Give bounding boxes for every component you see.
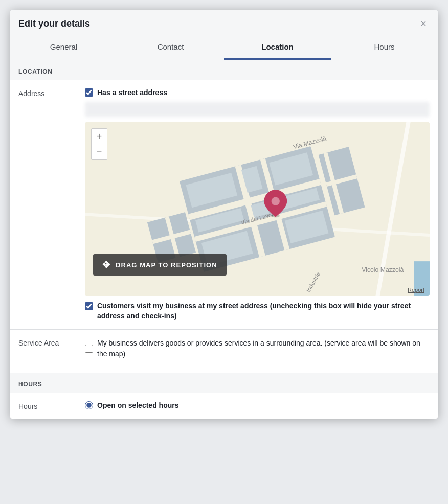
- open-selected-hours-row: Open on selected hours: [85, 401, 430, 409]
- address-content: Has a street address: [85, 88, 430, 321]
- has-street-address-row: Has a street address: [85, 88, 430, 97]
- hours-row: Hours Open on selected hours: [10, 393, 438, 419]
- tab-location[interactable]: Location: [224, 35, 331, 60]
- customers-visit-checkbox[interactable]: [85, 302, 93, 310]
- edit-details-modal: Edit your details × General Contact Loca…: [10, 10, 438, 419]
- open-selected-hours-radio[interactable]: [85, 401, 93, 409]
- service-area-label: Service Area: [18, 338, 85, 347]
- svg-text:Vicolo Mazzolà: Vicolo Mazzolà: [362, 266, 404, 273]
- close-button[interactable]: ×: [417, 17, 430, 30]
- zoom-out-button[interactable]: −: [92, 144, 107, 159]
- drag-map-overlay: ✥ DRAG MAP TO REPOSITION: [93, 254, 227, 276]
- tab-general[interactable]: General: [10, 35, 117, 60]
- has-street-address-label[interactable]: Has a street address: [97, 88, 167, 97]
- map-report-link[interactable]: Report: [408, 287, 424, 293]
- customers-visit-label[interactable]: Customers visit my business at my street…: [97, 301, 430, 321]
- open-selected-hours-label[interactable]: Open on selected hours: [97, 401, 178, 409]
- drag-icon: ✥: [102, 259, 110, 270]
- service-area-checkbox[interactable]: [85, 345, 93, 353]
- drag-overlay-text: DRAG MAP TO REPOSITION: [116, 261, 217, 269]
- zoom-in-button[interactable]: +: [92, 129, 107, 144]
- tab-contact[interactable]: Contact: [117, 35, 224, 60]
- hours-label: Hours: [18, 401, 85, 410]
- address-label: Address: [18, 88, 85, 98]
- service-area-content: My business delivers goods or provides s…: [85, 338, 430, 364]
- modal-body: LOCATION Address Has a street address: [10, 60, 438, 419]
- tabs-container: General Contact Location Hours: [10, 35, 438, 60]
- map-container[interactable]: Via Mazzolà Via del Lavoro Vicolo Mazzol…: [85, 122, 430, 296]
- has-street-address-checkbox[interactable]: [85, 88, 93, 97]
- customers-visit-row: Customers visit my business at my street…: [85, 301, 430, 321]
- service-area-row: Service Area My business delivers goods …: [10, 330, 438, 373]
- service-area-checkbox-label[interactable]: My business delivers goods or provides s…: [97, 338, 430, 359]
- modal-title: Edit your details: [18, 18, 90, 29]
- address-blurred-field: [85, 102, 430, 117]
- hours-section-header: HOURS: [10, 373, 438, 393]
- map-zoom-controls: + −: [91, 128, 107, 160]
- modal-header: Edit your details ×: [10, 10, 438, 35]
- hours-section-title: HOURS: [18, 381, 42, 388]
- tab-hours[interactable]: Hours: [331, 35, 438, 60]
- location-section-title: LOCATION: [18, 68, 53, 75]
- address-row: Address Has a street address: [10, 80, 438, 330]
- hours-content: Open on selected hours: [85, 401, 430, 409]
- svg-point-28: [272, 197, 280, 205]
- service-area-checkbox-row: My business delivers goods or provides s…: [85, 338, 430, 359]
- location-section-header: LOCATION: [10, 60, 438, 80]
